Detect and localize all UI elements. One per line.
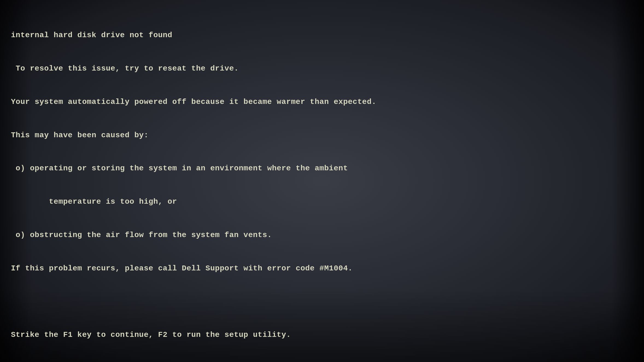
line-blank-1 — [11, 296, 376, 307]
line-2: To resolve this issue, try to reseat the… — [11, 63, 376, 74]
line-8: If this problem recurs, please call Dell… — [11, 263, 376, 274]
bios-error-screen: internal hard disk drive not found To re… — [0, 0, 644, 362]
line-4: This may have been caused by: — [11, 130, 376, 141]
line-9: Strike the F1 key to continue, F2 to run… — [11, 329, 376, 341]
line-1: internal hard disk drive not found — [11, 30, 376, 41]
terminal-output: internal hard disk drive not found To re… — [0, 0, 387, 362]
line-3: Your system automatically powered off be… — [11, 97, 376, 108]
line-5: o) operating or storing the system in an… — [11, 163, 376, 174]
line-7: o) obstructing the air flow from the sys… — [11, 230, 376, 241]
line-6: temperature is too high, or — [11, 196, 376, 208]
